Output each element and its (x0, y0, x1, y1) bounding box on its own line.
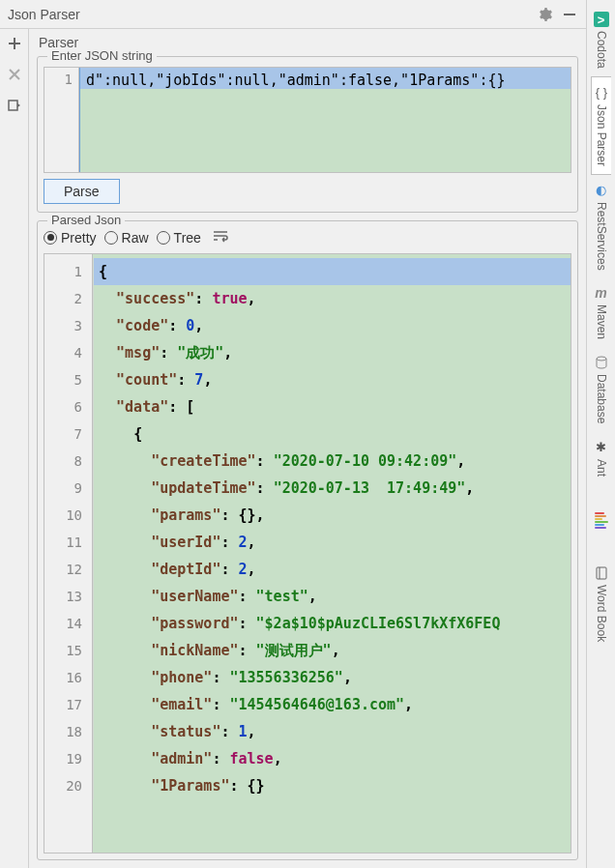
content-column: Parser Enter JSON string 1 d":null,"jobI… (29, 29, 586, 868)
code-line: "msg": "成功", (93, 339, 571, 366)
add-icon[interactable] (6, 35, 23, 52)
wrap-icon[interactable] (213, 229, 230, 246)
input-gutter: 1 (44, 68, 79, 172)
tool-json-parser[interactable]: { } Json Parser (591, 76, 611, 175)
parsed-section: Parsed Json Pretty Raw Tree 12 34 (37, 220, 578, 860)
parsed-section-label: Parsed Json (47, 213, 125, 227)
close-icon[interactable] (6, 66, 23, 83)
code-line: "admin": false, (93, 745, 571, 772)
code-line: "userName": "test", (93, 583, 571, 610)
json-output-editor[interactable]: 12 34 56 78 910 1112 1314 1516 1718 1920… (44, 253, 571, 854)
title-bar: Json Parser (0, 0, 586, 29)
view-raw-label[interactable]: Raw (122, 230, 149, 246)
maven-icon: m (594, 285, 609, 301)
json-input-editor[interactable]: 1 d":null,"jobIds":null,"admin":false,"1… (44, 67, 571, 173)
radio-pretty[interactable] (44, 231, 57, 245)
radio-tree[interactable] (157, 231, 170, 245)
input-section-label: Enter JSON string (47, 48, 157, 63)
svg-rect-0 (564, 14, 575, 15)
view-tree-label[interactable]: Tree (174, 230, 201, 246)
code-line: "createTime": "2020-07-10 09:42:09", (93, 448, 571, 475)
rest-icon: ◐ (594, 183, 609, 198)
tool-database[interactable]: Database (592, 347, 611, 431)
code-line: "params": {}, (93, 502, 571, 529)
sound-meter-icon (595, 492, 608, 550)
tool-maven[interactable]: m Maven (592, 277, 611, 347)
input-code[interactable]: d":null,"jobIds":null,"admin":false,"1Pa… (79, 68, 571, 172)
code-line: "count": 7, (93, 366, 571, 393)
minimize-icon[interactable] (561, 6, 578, 23)
parse-button[interactable]: Parse (44, 179, 120, 204)
code-line: "nickName": "测试用户", (93, 637, 571, 664)
code-line: "email": "1454564646@163.com", (93, 691, 571, 718)
tool-ant[interactable]: ✱ Ant (592, 432, 611, 484)
code-line: { (93, 420, 571, 448)
code-line: "phone": "13556336256", (93, 664, 571, 691)
svg-rect-3 (597, 567, 606, 579)
tool-codota[interactable]: > Codota (592, 4, 611, 76)
gear-icon[interactable] (536, 6, 553, 23)
svg-point-2 (597, 357, 606, 361)
radio-raw[interactable] (104, 231, 118, 245)
code-line: "data": [ (93, 393, 571, 420)
code-line: "updateTime": "2020-07-13 17:49:49", (93, 475, 571, 502)
svg-rect-1 (9, 101, 17, 110)
code-line: "success": true, (93, 285, 571, 312)
code-line: "code": 0, (93, 312, 571, 339)
json-icon: { } (594, 85, 609, 101)
main-panel: Json Parser Parser Enter JSON string (0, 0, 586, 868)
code-line: "1Params": {} (93, 772, 571, 799)
view-pretty-label[interactable]: Pretty (61, 230, 97, 246)
book-icon (594, 565, 609, 581)
code-line: { (93, 258, 571, 285)
code-line: "password": "$2a$10$pAuzCLIe6Sl7kXfX6FEQ (93, 610, 571, 637)
input-section: Enter JSON string 1 d":null,"jobIds":nul… (37, 56, 578, 213)
export-icon[interactable] (6, 97, 23, 114)
codota-icon: > (594, 12, 609, 27)
code-line: "deptId": 2, (93, 556, 571, 583)
code-line: "userId": 2, (93, 529, 571, 556)
window-title: Json Parser (8, 7, 80, 22)
tool-rest[interactable]: ◐ RestServices (592, 175, 611, 278)
database-icon (594, 355, 609, 370)
code-line: "status": 1, (93, 718, 571, 745)
output-code: { "success": true, "code": 0, "msg": "成功… (93, 254, 571, 853)
left-toolbar (0, 29, 29, 868)
ant-icon: ✱ (594, 440, 609, 455)
output-gutter: 12 34 56 78 910 1112 1314 1516 1718 1920 (44, 254, 93, 853)
tool-wordbook[interactable]: Word Book (592, 558, 611, 650)
right-tool-bar: > Codota { } Json Parser ◐ RestServices … (586, 0, 615, 868)
